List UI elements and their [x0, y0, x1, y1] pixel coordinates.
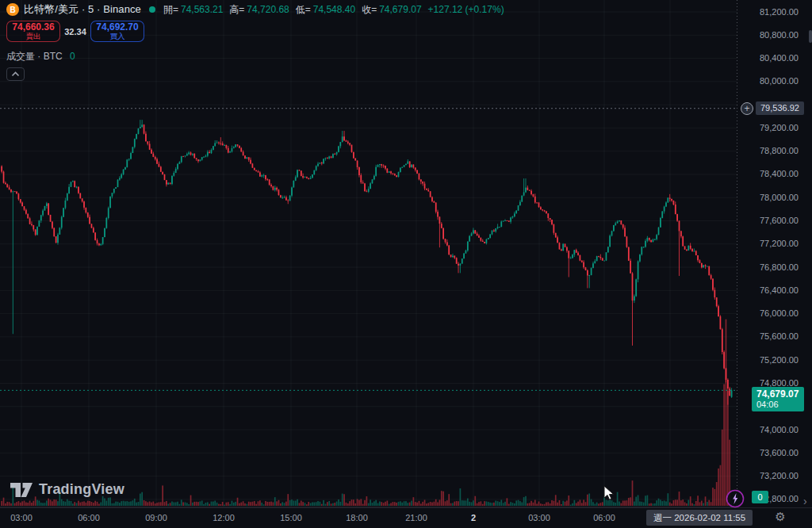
time-tick-label: 06:00: [78, 513, 100, 522]
trade-buttons: 74,660.36 賣出 32.34 74,692.70 買入: [6, 21, 504, 42]
open-label: 開=: [163, 3, 178, 17]
ohlc-values: 開= 74,563.21 高= 74,720.68 低= 74,548.40 收…: [163, 3, 504, 17]
close-label: 收=: [362, 3, 377, 17]
tradingview-chart-window: B 比特幣/美元 · 5 · Binance 開= 74,563.21 高= 7…: [0, 0, 812, 528]
price-tick-label: 81,200.00: [760, 7, 799, 17]
price-tick-label: 73,200.00: [760, 471, 799, 480]
price-tick-label: 77,600.00: [760, 216, 799, 225]
gear-icon[interactable]: ⚙: [772, 509, 788, 525]
scrollbar-thumb[interactable]: [809, 30, 812, 43]
sell-price: 74,660.36: [12, 22, 54, 33]
sell-button[interactable]: 74,660.36 賣出: [6, 21, 60, 42]
volume-label: 成交量 · BTC: [6, 51, 63, 62]
time-tick-label: 15:00: [280, 513, 302, 522]
tradingview-logo-icon: [10, 479, 33, 499]
price-scale[interactable]: + 79,536.92 74,679.07 04:06 0 81,200.008…: [737, 0, 812, 507]
price-tick-label: 80,800.00: [760, 30, 799, 40]
price-tick-label: 78,000.00: [760, 193, 799, 202]
low-value: 74,548.40: [313, 4, 355, 15]
mouse-cursor: [603, 485, 615, 501]
tradingview-logo-text: TradingView: [39, 481, 124, 498]
market-status-dot: [149, 6, 155, 13]
price-tick-label: 79,200.00: [760, 123, 799, 132]
expand-panel-arrow[interactable]: ›: [803, 495, 807, 507]
last-price-label: 74,679.07 04:06: [752, 387, 804, 411]
price-tick-label: 74,000.00: [760, 425, 799, 434]
sell-label: 賣出: [26, 33, 41, 40]
price-tick-label: 75,600.00: [760, 331, 799, 341]
time-tick-label: 18:00: [346, 513, 368, 522]
time-tick-label: 21:00: [405, 513, 427, 522]
time-tick-label: 06:00: [593, 513, 615, 522]
volume-axis-badge: 0: [752, 491, 768, 503]
buy-button[interactable]: 74,692.70 買入: [90, 21, 144, 42]
volume-value: 0: [70, 51, 75, 62]
price-tick-label: 73,600.00: [760, 448, 799, 457]
add-alert-plus-icon[interactable]: +: [741, 102, 753, 115]
price-tick-label: 76,000.00: [760, 308, 799, 318]
bar-countdown: 04:06: [756, 400, 799, 410]
last-price-value: 74,679.07: [756, 388, 799, 400]
price-tick-label: 80,400.00: [760, 53, 799, 63]
crosshair-date-label: 週一 2026-02-02 11:55: [646, 510, 753, 526]
price-tick-label: 76,400.00: [760, 285, 799, 295]
chart-legend: B 比特幣/美元 · 5 · Binance 開= 74,563.21 高= 7…: [6, 2, 504, 81]
collapse-legend-button[interactable]: [6, 67, 25, 81]
price-tick-label: 77,200.00: [760, 239, 799, 248]
buy-label: 買入: [110, 33, 125, 40]
high-value: 74,720.68: [247, 4, 289, 15]
time-tick-label: 12:00: [213, 513, 235, 522]
instant-order-lightning-button[interactable]: [726, 489, 745, 508]
close-value: 74,679.07: [379, 4, 421, 15]
price-tick-label: 78,800.00: [760, 146, 799, 155]
spread-value: 32.34: [60, 27, 90, 36]
time-tick-label: 03:00: [528, 513, 550, 522]
symbol-title[interactable]: 比特幣/美元 · 5 · Binance: [24, 2, 141, 17]
low-label: 低=: [296, 3, 311, 17]
volume-legend: 成交量 · BTC 0: [6, 50, 504, 63]
change-value: +127.12 (+0.17%): [428, 4, 504, 15]
price-line-label: 79,536.92: [756, 101, 804, 115]
price-tick-label: 80,000.00: [760, 76, 799, 86]
open-value: 74,563.21: [181, 4, 223, 15]
high-label: 高=: [229, 3, 244, 17]
time-tick-label: 03:00: [10, 513, 33, 522]
price-tick-label: 74,800.00: [760, 378, 799, 388]
price-tick-label: 75,200.00: [760, 355, 799, 365]
time-tick-label: 09:00: [145, 513, 167, 522]
price-tick-label: 76,800.00: [760, 262, 799, 272]
chevron-up-icon: [11, 71, 20, 77]
time-scale[interactable]: 週一 2026-02-02 11:55 ⚙ 03:0006:0009:0012:…: [0, 507, 812, 528]
buy-price: 74,692.70: [96, 22, 138, 33]
price-tick-label: 78,400.00: [760, 169, 799, 178]
symbol-row: B 比特幣/美元 · 5 · Binance 開= 74,563.21 高= 7…: [6, 2, 504, 17]
bitcoin-icon: B: [6, 3, 19, 16]
tradingview-watermark[interactable]: TradingView: [10, 479, 124, 499]
time-tick-label: 2: [471, 513, 476, 522]
